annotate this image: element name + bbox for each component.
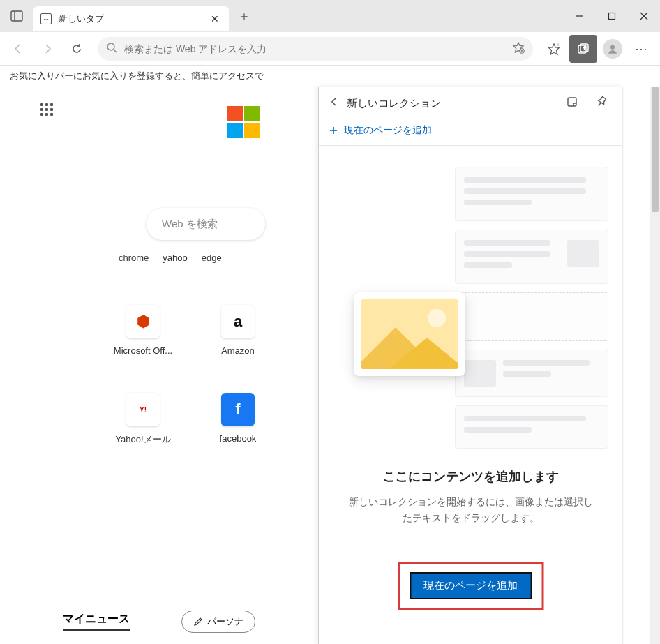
yahoo-mail-icon: Y! — [126, 393, 160, 426]
web-search-placeholder: Web を検索 — [162, 218, 218, 231]
microsoft-logo — [227, 106, 260, 138]
window-maximize-button[interactable] — [596, 0, 628, 32]
pencil-icon — [193, 617, 203, 627]
plus-icon — [329, 126, 338, 135]
personalize-label: パーソナ — [207, 615, 243, 628]
svg-rect-18 — [568, 98, 576, 106]
top-link[interactable]: edge — [202, 253, 222, 263]
office-icon: ⬢ — [126, 305, 160, 338]
svg-text:+: + — [557, 43, 560, 47]
amazon-icon: a — [221, 305, 255, 338]
scrollbar-thumb[interactable] — [652, 87, 659, 212]
my-news-tab[interactable]: マイニュース — [63, 612, 130, 631]
profile-button[interactable] — [599, 35, 627, 63]
add-current-page-button[interactable]: 現在のページを追加 — [410, 572, 532, 599]
shortcut-tile[interactable]: f facebook — [193, 393, 283, 477]
tab-actions-icon[interactable] — [7, 6, 27, 26]
add-current-page-label: 現在のページを追加 — [344, 124, 432, 137]
empty-state-image — [354, 292, 465, 376]
tab-title: 新しいタブ — [59, 13, 201, 25]
window-minimize-button[interactable] — [564, 0, 596, 32]
panel-title: 新しいコレクション — [347, 97, 554, 110]
top-link[interactable]: yahoo — [163, 253, 187, 263]
shortcut-tile[interactable]: Y! Yahoo!メール — [98, 393, 188, 477]
empty-state-body: 新しいコレクションを開始するには、画像または選択したテキストをドラッグします。 — [344, 495, 597, 527]
address-bar[interactable] — [98, 37, 533, 61]
svg-point-6 — [107, 43, 114, 50]
personalize-button[interactable]: パーソナ — [181, 611, 255, 633]
favorite-star-icon[interactable] — [512, 41, 525, 57]
tab-favicon: ⋯ — [40, 13, 52, 24]
apps-grid-icon[interactable] — [40, 103, 57, 120]
nav-forward-button[interactable] — [33, 35, 61, 63]
svg-rect-3 — [609, 13, 615, 20]
favorites-button[interactable]: + — [540, 35, 568, 63]
bookmarks-bar-hint: お気に入りバーにお気に入りを登録すると、簡単にアクセスで — [10, 70, 264, 82]
shortcut-label: Microsoft Off... — [114, 345, 172, 356]
facebook-icon: f — [221, 393, 255, 426]
shortcut-tile[interactable]: ⬢ Microsoft Off... — [98, 305, 188, 389]
nav-refresh-button[interactable] — [63, 35, 91, 63]
shortcut-label: Yahoo!メール — [115, 433, 170, 446]
skeleton-preview — [455, 167, 608, 457]
tab-close-button[interactable]: ✕ — [208, 13, 222, 24]
shortcut-tile[interactable]: a Amazon — [193, 305, 283, 389]
window-close-button[interactable] — [628, 0, 660, 32]
new-tab-button[interactable]: ＋ — [232, 3, 257, 29]
svg-point-16 — [610, 45, 615, 49]
panel-back-button[interactable] — [329, 96, 340, 110]
shortcut-label: Amazon — [221, 345, 255, 356]
more-menu-button[interactable]: ⋯ — [628, 35, 656, 63]
collections-button[interactable] — [569, 35, 597, 63]
collections-panel: 新しいコレクション 現在のページを追加 — [318, 87, 622, 644]
svg-line-7 — [114, 50, 117, 52]
nav-back-button[interactable] — [4, 35, 32, 63]
web-search-box[interactable]: Web を検索 — [147, 208, 265, 240]
pin-icon[interactable] — [590, 96, 613, 111]
cta-highlight-box: 現在のページを追加 — [398, 562, 543, 610]
empty-state-heading: ここにコンテンツを追加します — [344, 468, 597, 485]
search-icon — [106, 42, 117, 56]
top-link[interactable]: chrome — [119, 253, 149, 263]
address-input[interactable] — [124, 43, 505, 54]
avatar-icon — [603, 39, 622, 59]
vertical-scrollbar[interactable] — [650, 87, 660, 644]
browser-tab[interactable]: ⋯ 新しいタブ ✕ — [33, 6, 229, 31]
add-current-page-link[interactable]: 現在のページを追加 — [319, 120, 622, 146]
note-icon[interactable] — [561, 96, 583, 111]
svg-rect-0 — [11, 11, 22, 21]
shortcut-label: facebook — [220, 433, 257, 444]
